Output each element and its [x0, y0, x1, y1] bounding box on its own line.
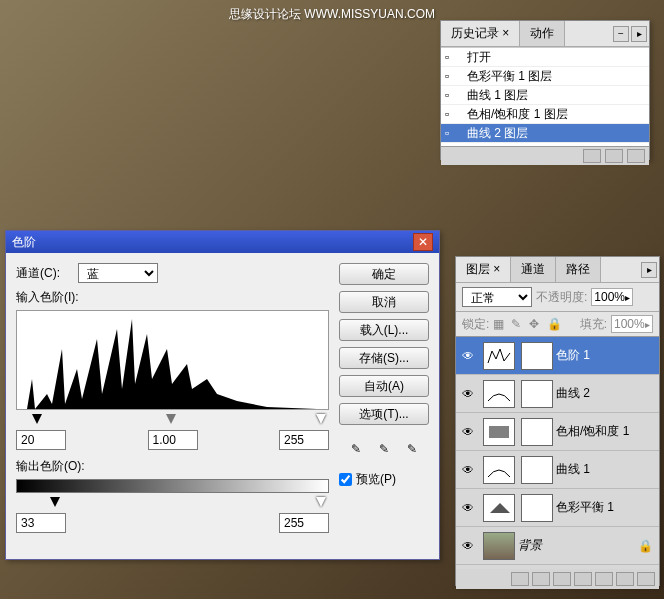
snapshot-button[interactable] — [583, 149, 601, 163]
layers-header: 图层 × 通道 路径 ▸ — [456, 257, 659, 283]
close-button[interactable]: ✕ — [413, 233, 433, 251]
output-lo-input[interactable] — [16, 513, 66, 533]
visibility-icon[interactable]: 👁 — [456, 349, 480, 363]
opacity-input[interactable]: 100%▸ — [591, 288, 633, 306]
output-slider[interactable] — [16, 497, 329, 507]
layers-list: 👁色阶 1 👁曲线 2 👁色相/饱和度 1 👁曲线 1 👁色彩平衡 1 👁背景🔒 — [456, 337, 659, 569]
lock-all-icon[interactable]: 🔒 — [547, 317, 561, 331]
white-eyedropper-icon[interactable]: ✎ — [402, 439, 422, 459]
link-button[interactable] — [511, 572, 529, 586]
visibility-icon[interactable]: 👁 — [456, 387, 480, 401]
lock-move-icon[interactable]: ✥ — [529, 317, 543, 331]
load-button[interactable]: 载入(L)... — [339, 319, 429, 341]
mask-thumb[interactable] — [521, 418, 553, 446]
mask-thumb[interactable] — [521, 494, 553, 522]
menu-button[interactable]: ▸ — [631, 26, 647, 42]
layer-row[interactable]: 👁色相/饱和度 1 — [456, 413, 659, 451]
page-icon: ▫ — [445, 107, 461, 121]
auto-button[interactable]: 自动(A) — [339, 375, 429, 397]
page-icon: ▫ — [445, 50, 461, 64]
lock-transparency-icon[interactable]: ▦ — [493, 317, 507, 331]
layer-lock-row: 锁定: ▦ ✎ ✥ 🔒 填充: 100%▸ — [456, 312, 659, 337]
preview-checkbox[interactable]: 预览(P) — [339, 471, 429, 488]
gray-eyedropper-icon[interactable]: ✎ — [374, 439, 394, 459]
visibility-icon[interactable]: 👁 — [456, 501, 480, 515]
cancel-button[interactable]: 取消 — [339, 291, 429, 313]
options-button[interactable]: 选项(T)... — [339, 403, 429, 425]
adjustment-thumb[interactable] — [483, 418, 515, 446]
blend-mode-select[interactable]: 正常 — [462, 287, 532, 307]
adjustment-button[interactable] — [574, 572, 592, 586]
levels-dialog: 色阶 ✕ 通道(C): 蓝 输入色阶(I): — [5, 230, 440, 560]
layer-row[interactable]: 👁色阶 1 — [456, 337, 659, 375]
fill-label: 填充: — [580, 316, 607, 333]
page-icon: ▫ — [445, 126, 461, 140]
page-icon: ▫ — [445, 88, 461, 102]
ok-button[interactable]: 确定 — [339, 263, 429, 285]
new-state-button[interactable] — [605, 149, 623, 163]
history-item[interactable]: ▫打开 — [441, 48, 649, 67]
group-button[interactable] — [595, 572, 613, 586]
new-layer-button[interactable] — [616, 572, 634, 586]
mask-thumb[interactable] — [521, 342, 553, 370]
mask-thumb[interactable] — [521, 456, 553, 484]
image-thumb[interactable] — [483, 532, 515, 560]
output-gradient — [16, 479, 329, 493]
levels-title: 色阶 — [12, 234, 36, 251]
input-levels-label: 输入色阶(I): — [16, 289, 329, 306]
visibility-icon[interactable]: 👁 — [456, 425, 480, 439]
layers-panel: 图层 × 通道 路径 ▸ 正常 不透明度: 100%▸ 锁定: ▦ ✎ ✥ 🔒 … — [455, 256, 660, 586]
layer-row[interactable]: 👁曲线 1 — [456, 451, 659, 489]
layer-row[interactable]: 👁色彩平衡 1 — [456, 489, 659, 527]
history-item[interactable]: ▷▫曲线 2 图层 — [441, 124, 649, 143]
adjustment-thumb[interactable] — [483, 380, 515, 408]
save-button[interactable]: 存储(S)... — [339, 347, 429, 369]
history-panel: 历史记录 × 动作 − ▸ ▫打开 ▫色彩平衡 1 图层 ▫曲线 1 图层 ▫色… — [440, 20, 650, 160]
fill-input[interactable]: 100%▸ — [611, 315, 653, 333]
layer-row[interactable]: 👁背景🔒 — [456, 527, 659, 565]
midtone-input[interactable] — [148, 430, 198, 450]
visibility-icon[interactable]: 👁 — [456, 539, 480, 553]
channel-label: 通道(C): — [16, 265, 72, 282]
trash-button[interactable] — [637, 572, 655, 586]
page-icon: ▫ — [445, 69, 461, 83]
tab-actions[interactable]: 动作 — [520, 21, 565, 46]
tab-paths[interactable]: 路径 — [556, 257, 601, 282]
layer-row[interactable]: 👁曲线 2 — [456, 375, 659, 413]
black-eyedropper-icon[interactable]: ✎ — [346, 439, 366, 459]
channel-select[interactable]: 蓝 — [78, 263, 158, 283]
output-hi-slider[interactable] — [316, 497, 326, 507]
history-item[interactable]: ▫色彩平衡 1 图层 — [441, 67, 649, 86]
eyedroppers: ✎ ✎ ✎ — [339, 439, 429, 459]
menu-button[interactable]: ▸ — [641, 262, 657, 278]
highlight-slider[interactable] — [316, 414, 326, 424]
tab-history[interactable]: 历史记录 × — [441, 21, 520, 46]
mask-button[interactable] — [553, 572, 571, 586]
shadow-slider[interactable] — [32, 414, 42, 424]
trash-button[interactable] — [627, 149, 645, 163]
adjustment-thumb[interactable] — [483, 456, 515, 484]
mask-thumb[interactable] — [521, 380, 553, 408]
adjustment-thumb[interactable] — [483, 494, 515, 522]
lock-icon: 🔒 — [638, 539, 653, 553]
fx-button[interactable] — [532, 572, 550, 586]
output-lo-slider[interactable] — [50, 497, 60, 507]
minimize-button[interactable]: − — [613, 26, 629, 42]
histogram — [16, 310, 329, 410]
highlight-input[interactable] — [279, 430, 329, 450]
output-hi-input[interactable] — [279, 513, 329, 533]
layer-options: 正常 不透明度: 100%▸ — [456, 283, 659, 312]
adjustment-thumb[interactable] — [483, 342, 515, 370]
lock-paint-icon[interactable]: ✎ — [511, 317, 525, 331]
history-item[interactable]: ▫色相/饱和度 1 图层 — [441, 105, 649, 124]
history-item[interactable]: ▫曲线 1 图层 — [441, 86, 649, 105]
tab-layers[interactable]: 图层 × — [456, 257, 511, 282]
watermark-text: 思缘设计论坛 WWW.MISSYUAN.COM — [229, 6, 435, 23]
input-slider[interactable] — [16, 414, 329, 424]
svg-rect-0 — [489, 426, 509, 438]
levels-titlebar[interactable]: 色阶 ✕ — [6, 231, 439, 253]
shadow-input[interactable] — [16, 430, 66, 450]
midtone-slider[interactable] — [166, 414, 176, 424]
visibility-icon[interactable]: 👁 — [456, 463, 480, 477]
tab-channels[interactable]: 通道 — [511, 257, 556, 282]
